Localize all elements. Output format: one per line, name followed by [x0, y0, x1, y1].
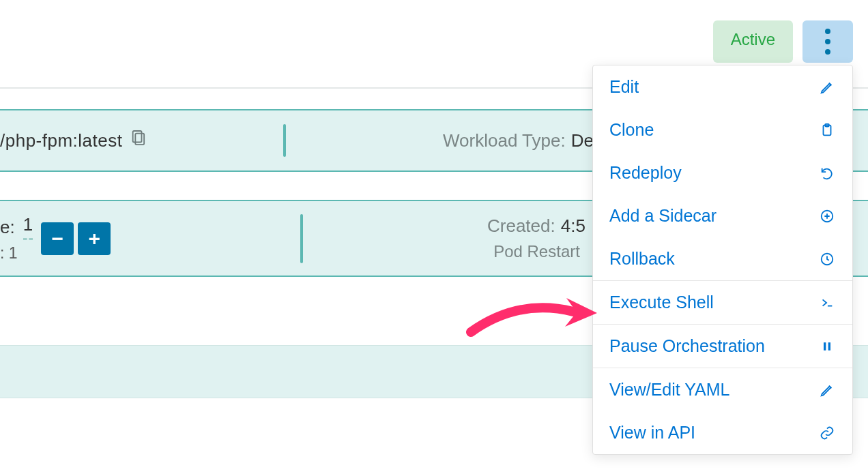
scale-stepper: − +: [41, 222, 111, 255]
pod-restarts-label: Pod Restart: [493, 242, 580, 261]
history-icon: [818, 250, 836, 268]
pause-icon: [818, 338, 836, 355]
svg-rect-7: [828, 342, 830, 351]
menu-item-add-sidecar[interactable]: Add a Sidecar: [593, 194, 852, 237]
status-badge: Active: [713, 20, 793, 63]
actions-menu-button[interactable]: [802, 20, 853, 63]
kebab-dot-icon: [825, 29, 830, 34]
scale-value: 1: [23, 214, 33, 240]
pencil-icon: [818, 381, 836, 399]
scale-label-fragment: e:: [0, 217, 15, 238]
menu-item-view-edit-yaml[interactable]: View/Edit YAML: [593, 368, 852, 411]
menu-label: Rollback: [609, 249, 675, 269]
workload-type-value: De: [571, 130, 594, 151]
created-value: 4:5: [561, 215, 585, 236]
menu-item-edit[interactable]: Edit: [593, 65, 852, 108]
vertical-divider: [300, 214, 303, 263]
pencil-icon: [818, 78, 836, 96]
menu-item-rollback[interactable]: Rollback: [593, 237, 852, 280]
scale-down-button[interactable]: −: [41, 222, 74, 255]
scale-cell: e: 1 : 1 − +: [0, 214, 283, 263]
menu-label: Redeploy: [609, 163, 682, 183]
menu-label: Clone: [609, 120, 654, 140]
created-cell: Created:4:5 Pod Restart: [323, 215, 585, 261]
clipboard-icon: [818, 121, 836, 139]
svg-rect-6: [824, 342, 826, 351]
link-icon: [818, 424, 836, 442]
kebab-dot-icon: [825, 49, 830, 55]
menu-item-pause-orchestration[interactable]: Pause Orchestration: [593, 324, 852, 368]
workload-type-label: Workload Type:: [443, 130, 566, 151]
menu-item-clone[interactable]: Clone: [593, 108, 852, 151]
vertical-divider: [283, 124, 286, 157]
menu-item-view-in-api[interactable]: View in API: [593, 411, 852, 454]
menu-item-redeploy[interactable]: Redeploy: [593, 151, 852, 194]
scale-labels: e: 1 : 1: [0, 214, 33, 263]
image-name-cell: /php-fpm:latest: [0, 130, 283, 152]
workload-type-cell: Workload Type:De: [306, 130, 594, 151]
undo-icon: [818, 164, 836, 182]
menu-label: Edit: [609, 77, 639, 97]
created-label: Created:: [487, 215, 555, 236]
plus-circle-icon: [818, 207, 836, 225]
menu-label: Add a Sidecar: [609, 206, 717, 226]
scale-up-button[interactable]: +: [78, 222, 111, 255]
header-actions: Active: [713, 20, 853, 63]
actions-dropdown: Edit Clone Redeploy Add a Sidecar Rollba…: [592, 65, 853, 455]
kebab-dot-icon: [825, 39, 830, 44]
menu-label: View in API: [609, 423, 695, 443]
svg-rect-1: [136, 133, 145, 145]
terminal-icon: [818, 294, 836, 312]
copy-icon[interactable]: [130, 130, 145, 152]
annotation-arrow: [464, 284, 601, 353]
menu-label: View/Edit YAML: [609, 380, 729, 400]
menu-item-execute-shell[interactable]: Execute Shell: [593, 280, 852, 324]
image-name-text: /php-fpm:latest: [0, 130, 122, 151]
svg-rect-0: [133, 131, 142, 143]
menu-label: Execute Shell: [609, 293, 714, 312]
secondary-count: : 1: [0, 244, 18, 263]
menu-label: Pause Orchestration: [609, 336, 765, 356]
